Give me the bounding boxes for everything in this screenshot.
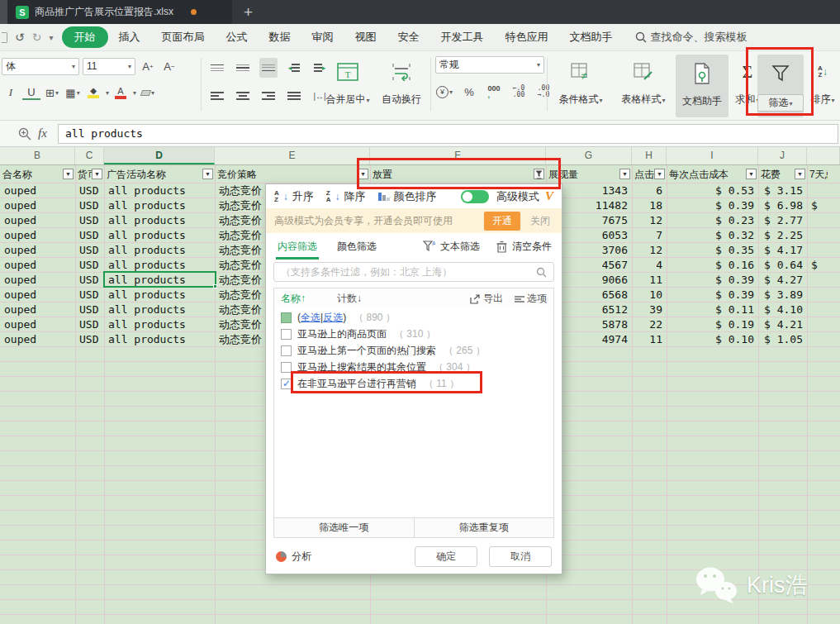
cell-shading-icon[interactable]: ▦▾ bbox=[64, 83, 82, 102]
cell[interactable]: $ 0.39 bbox=[667, 288, 758, 302]
cell[interactable]: 7 bbox=[632, 228, 667, 243]
cell[interactable]: ouped bbox=[0, 332, 75, 347]
table-style-button[interactable]: 表格样式▾ bbox=[615, 55, 672, 107]
close-banner-button[interactable]: 关闭 bbox=[530, 214, 550, 228]
cell[interactable]: $ 0.10 bbox=[667, 332, 758, 347]
italic-icon[interactable]: I bbox=[2, 83, 20, 102]
cell[interactable]: 12 bbox=[632, 213, 667, 228]
cell[interactable]: $ bbox=[807, 198, 840, 213]
advanced-mode-toggle[interactable] bbox=[461, 190, 489, 203]
cell[interactable]: USD bbox=[75, 183, 104, 198]
cell[interactable]: ouped bbox=[0, 258, 75, 273]
header-cell-2[interactable]: 广告活动名称▼ bbox=[104, 165, 215, 183]
cell[interactable]: $ 0.39 bbox=[667, 198, 758, 213]
header-filter-dropdown-icon[interactable]: ▼ bbox=[63, 169, 74, 179]
cell[interactable]: USD bbox=[75, 332, 104, 347]
cell[interactable]: all products bbox=[104, 198, 215, 213]
align-left-icon[interactable] bbox=[208, 86, 226, 106]
cell[interactable]: $ bbox=[807, 258, 840, 273]
zoom-magnifier-icon[interactable] bbox=[18, 127, 31, 141]
column-letter-H[interactable]: H bbox=[632, 147, 667, 164]
header-cell-9[interactable]: 7天总 bbox=[807, 165, 840, 183]
column-letter-D[interactable]: D bbox=[104, 147, 215, 164]
header-filter-dropdown-icon[interactable]: ▼ bbox=[619, 169, 630, 179]
cell[interactable]: $ 4.21 bbox=[758, 317, 807, 332]
align-middle-icon[interactable] bbox=[234, 58, 252, 78]
cell[interactable]: USD bbox=[75, 228, 104, 243]
cell[interactable]: all products bbox=[104, 243, 215, 258]
fill-color-dropdown[interactable]: ▾ bbox=[106, 89, 109, 97]
cell[interactable]: ouped bbox=[0, 288, 75, 302]
header-cell-1[interactable]: 货币▼ bbox=[75, 165, 104, 183]
number-format-select[interactable]: 常规▾ bbox=[435, 56, 544, 74]
analyze-button[interactable]: 分析 bbox=[292, 550, 311, 564]
cancel-button[interactable]: 取消 bbox=[489, 546, 552, 567]
filter-list-item-0[interactable]: 亚马逊上的商品页面（ 310 ） bbox=[274, 326, 553, 342]
menu-tab-10[interactable]: 文档助手 bbox=[559, 26, 624, 48]
cell[interactable]: $ 0.32 bbox=[667, 228, 758, 243]
font-name-select[interactable]: 体▾ bbox=[2, 58, 79, 75]
cell[interactable]: $ 4.10 bbox=[758, 302, 807, 317]
cell[interactable]: USD bbox=[75, 317, 104, 332]
underline-icon[interactable]: U bbox=[22, 85, 40, 100]
text-filter-button[interactable]: 文本筛选 bbox=[440, 240, 480, 254]
cell[interactable]: $ 0.23 bbox=[667, 213, 758, 228]
tab-color-filter[interactable]: 颜色筛选 bbox=[337, 240, 377, 254]
tab-content-filter[interactable]: 内容筛选 bbox=[276, 234, 319, 260]
select-all-link[interactable]: 全选 bbox=[301, 312, 320, 323]
header-filter-dropdown-icon[interactable]: ▼ bbox=[654, 169, 665, 179]
cell[interactable]: $ 1.05 bbox=[758, 332, 807, 347]
cell[interactable]: all products bbox=[104, 317, 215, 332]
percent-format-icon[interactable]: % bbox=[460, 82, 478, 102]
menu-tab-2[interactable]: 页面布局 bbox=[151, 26, 216, 48]
menu-tab-0[interactable]: 开始 bbox=[62, 26, 108, 48]
options-button[interactable]: 选项 bbox=[515, 292, 547, 306]
menu-tab-8[interactable]: 开发工具 bbox=[430, 26, 495, 48]
column-letter-cut[interactable] bbox=[807, 147, 840, 164]
cell[interactable]: ouped bbox=[0, 198, 75, 213]
sort-descending-button[interactable]: 降序 bbox=[344, 189, 366, 204]
align-top-icon[interactable] bbox=[208, 58, 226, 78]
font-color-icon[interactable]: A bbox=[112, 83, 130, 102]
cell[interactable]: USD bbox=[75, 258, 104, 273]
cell[interactable]: all products bbox=[104, 288, 215, 302]
fill-color-icon[interactable]: ◆ bbox=[84, 83, 102, 102]
header-filter-dropdown-icon[interactable]: ▼ bbox=[92, 169, 102, 179]
decrease-indent-icon[interactable]: ◂ bbox=[285, 58, 303, 78]
align-bottom-icon[interactable] bbox=[259, 58, 278, 78]
cell[interactable]: $ 6.98 bbox=[758, 198, 807, 213]
cell[interactable]: $ 0.16 bbox=[667, 258, 758, 273]
cell[interactable]: $ 0.11 bbox=[667, 302, 758, 317]
menu-tab-4[interactable]: 数据 bbox=[259, 26, 301, 48]
cell[interactable]: USD bbox=[75, 273, 104, 288]
cell[interactable]: $ 3.89 bbox=[758, 288, 807, 302]
cell[interactable]: ouped bbox=[0, 213, 75, 228]
cell[interactable]: $ 2.25 bbox=[758, 228, 807, 243]
cell[interactable]: ouped bbox=[0, 243, 75, 258]
header-filter-dropdown-icon[interactable]: ▼ bbox=[202, 169, 213, 179]
cell[interactable]: ouped bbox=[0, 228, 75, 243]
cell[interactable]: all products bbox=[104, 302, 215, 317]
header-cell-0[interactable]: 合名称▼ bbox=[0, 165, 75, 183]
cell[interactable]: 6 bbox=[632, 183, 667, 198]
chevron-down-icon[interactable]: ▾ bbox=[49, 33, 53, 42]
command-search[interactable]: 查找命令、搜索模板 bbox=[635, 30, 747, 45]
filter-unique-button[interactable]: 筛选唯一项 bbox=[274, 518, 415, 537]
increase-decimal-icon[interactable]: ←.0.00 bbox=[510, 82, 528, 102]
eraser-icon[interactable]: ▾ bbox=[139, 83, 157, 102]
redo-icon[interactable]: ↻ bbox=[32, 31, 42, 44]
font-color-dropdown[interactable]: ▾ bbox=[133, 89, 136, 97]
column-letter-C[interactable]: C bbox=[75, 147, 104, 164]
sort-ascending-button[interactable]: 升序 bbox=[292, 189, 314, 204]
select-all-row[interactable]: (全选|反选) （ 890 ） bbox=[274, 309, 553, 326]
filter-duplicate-button[interactable]: 筛选重复项 bbox=[415, 518, 554, 537]
cell[interactable]: $ 0.39 bbox=[667, 273, 758, 288]
align-right-icon[interactable] bbox=[259, 86, 278, 106]
filter-search-input[interactable]: （支持多条件过滤，例如：北京 上海） bbox=[273, 262, 554, 282]
header-cell-6[interactable]: 点击▼ bbox=[632, 165, 667, 183]
export-button[interactable]: 导出 bbox=[470, 292, 503, 306]
borders-icon[interactable]: ⊞▾ bbox=[43, 83, 61, 102]
cell[interactable]: USD bbox=[75, 288, 104, 302]
cell[interactable]: USD bbox=[75, 302, 104, 317]
header-cell-8[interactable]: 花费▼ bbox=[758, 165, 807, 183]
